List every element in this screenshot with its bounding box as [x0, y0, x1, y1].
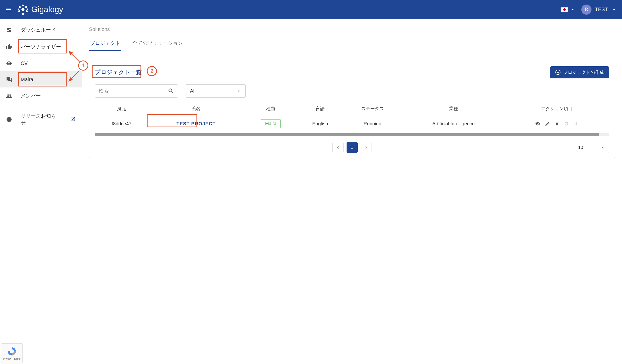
cell-status: Running	[343, 115, 402, 132]
cell-id: f8ddce47	[95, 115, 148, 132]
brand-name: Gigalogy	[31, 5, 63, 14]
cell-type: Maira	[244, 115, 298, 132]
project-name-link[interactable]: TEST PROJECT	[176, 121, 216, 126]
svg-point-7	[18, 8, 19, 10]
th-name: 氏名	[148, 102, 244, 115]
info-action[interactable]: i	[574, 121, 579, 126]
view-action[interactable]	[535, 121, 540, 126]
sidebar-item-personalizer[interactable]: パーソナライザー	[0, 38, 82, 55]
horizontal-scrollbar[interactable]	[95, 133, 609, 136]
card-title: プロジェクト一覧	[95, 69, 142, 75]
sidebar-item-label: ダッシュボード	[21, 26, 56, 33]
sidebar-item-label: Maira	[21, 77, 33, 82]
chevron-left-icon	[335, 145, 341, 150]
project-list-card: プロジェクト一覧 2 プロジェクトの作成 All	[89, 61, 615, 158]
tab-all-solutions[interactable]: 全てのソリューション	[131, 37, 184, 51]
edit-action[interactable]	[545, 121, 550, 126]
caret-down-icon	[601, 145, 605, 149]
table-header-row: 身元 氏名 種類 言語 ステータス 業種 アクション項目	[95, 102, 609, 115]
hamburger-menu-button[interactable]	[5, 6, 12, 13]
user-menu[interactable]: R TEST	[581, 5, 617, 15]
chevron-down-icon	[611, 7, 617, 12]
avatar: R	[581, 5, 591, 15]
sidebar-item-members[interactable]: メンバー	[0, 87, 82, 104]
th-language: 言語	[298, 102, 343, 115]
dashboard-icon	[6, 27, 12, 33]
sidebar-item-label: メンバー	[21, 93, 41, 99]
sidebar-item-maira[interactable]: Maira	[0, 71, 82, 87]
th-status: ステータス	[343, 102, 402, 115]
search-input[interactable]	[99, 88, 168, 94]
svg-point-6	[22, 5, 24, 6]
recaptcha-badge: Privacy - Terms	[1, 343, 23, 363]
svg-point-0	[21, 8, 24, 11]
th-type: 種類	[244, 102, 298, 115]
filters-row: All	[95, 84, 609, 98]
type-filter-select[interactable]: All	[185, 84, 246, 98]
refresh-icon	[564, 121, 569, 126]
header-right: R TEST	[561, 5, 617, 15]
recaptcha-privacy-link[interactable]: Privacy	[3, 357, 12, 360]
sidebar-item-dashboard[interactable]: ダッシュボード	[0, 21, 82, 38]
eye-icon	[6, 60, 12, 66]
flag-jp-icon	[561, 7, 568, 12]
svg-point-8	[27, 8, 29, 10]
people-icon	[6, 93, 12, 99]
pencil-icon	[545, 121, 550, 126]
table-wrap: 身元 氏名 種類 言語 ステータス 業種 アクション項目 f8ddce47	[95, 102, 609, 136]
card-header: プロジェクト一覧 2 プロジェクトの作成	[95, 66, 609, 78]
sidebar-item-release-notes[interactable]: リリースお知らせ	[0, 108, 82, 131]
app-header: Gigalogy R TEST	[0, 0, 622, 19]
project-table: 身元 氏名 種類 言語 ステータス 業種 アクション項目 f8ddce47	[95, 102, 609, 132]
stop-action[interactable]	[554, 121, 559, 126]
sidebar: ダッシュボード パーソナライザー CV Maira メンバー	[0, 19, 82, 364]
svg-point-2	[25, 6, 27, 8]
thumb-up-icon	[6, 44, 12, 50]
caret-down-icon	[236, 89, 241, 93]
logo-icon	[17, 3, 29, 16]
chevron-right-icon	[364, 145, 369, 150]
sidebar-item-label: パーソナライザー	[21, 43, 61, 50]
menu-icon	[5, 6, 12, 13]
create-project-label: プロジェクトの作成	[563, 69, 604, 75]
plus-circle-icon	[555, 70, 561, 75]
tab-projects[interactable]: プロジェクト	[89, 37, 121, 51]
page-number-button[interactable]: 1	[347, 142, 358, 153]
cell-actions: i	[505, 115, 609, 132]
svg-point-1	[19, 6, 21, 8]
prev-page-button[interactable]	[332, 142, 344, 153]
search-box[interactable]	[95, 84, 178, 98]
recaptcha-icon	[7, 346, 17, 356]
user-name-label: TEST	[595, 7, 608, 12]
svg-point-4	[26, 10, 28, 12]
header-left: Gigalogy	[5, 3, 63, 16]
page-size-select[interactable]: 10	[574, 142, 609, 153]
main-content: Solutions プロジェクト 全てのソリューション プロジェクト一覧 2 プ…	[82, 19, 622, 364]
th-industry: 業種	[402, 102, 504, 115]
language-selector[interactable]	[561, 7, 575, 12]
sidebar-item-label: CV	[21, 60, 28, 66]
create-project-button[interactable]: プロジェクトの作成	[550, 66, 609, 78]
chat-icon	[6, 76, 12, 82]
cell-name: TEST PROJECT	[148, 115, 244, 132]
annotation-circle-2: 2	[147, 66, 157, 76]
tabs: プロジェクト 全てのソリューション	[89, 37, 615, 51]
svg-rect-14	[556, 123, 558, 125]
th-id: 身元	[95, 102, 148, 115]
svg-point-3	[18, 10, 20, 12]
pagination: 1 10	[95, 142, 609, 153]
search-icon	[168, 88, 174, 94]
chevron-down-icon	[570, 7, 575, 12]
cell-language: English	[298, 115, 343, 132]
brand-logo[interactable]: Gigalogy	[17, 3, 63, 16]
page-subtitle: Solutions	[89, 26, 615, 32]
th-actions: アクション項目	[505, 102, 609, 115]
external-link-icon	[70, 116, 76, 123]
filter-value: All	[190, 88, 195, 94]
recaptcha-terms-link[interactable]: Terms	[14, 357, 20, 360]
stop-icon	[555, 122, 559, 126]
sidebar-item-cv[interactable]: CV	[0, 55, 82, 71]
cell-industry: Artificial Intelligence	[402, 115, 504, 132]
refresh-action[interactable]	[564, 121, 569, 126]
next-page-button[interactable]	[361, 142, 372, 153]
